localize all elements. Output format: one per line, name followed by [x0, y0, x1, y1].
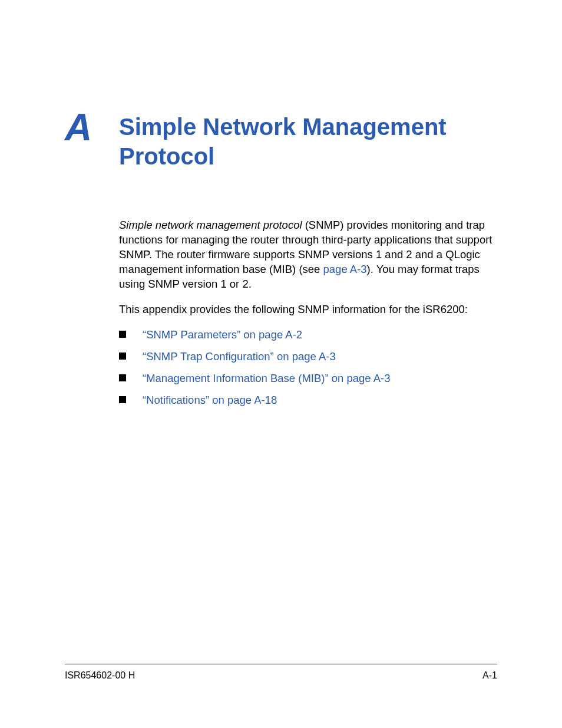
italic-term: Simple network management protocol [119, 219, 302, 231]
appendix-title: Simple Network Management Protocol [119, 112, 497, 171]
list-intro-paragraph: This appendix provides the following SNM… [119, 302, 497, 317]
square-bullet-icon [119, 396, 126, 403]
appendix-letter: A [65, 108, 119, 146]
list-item: “Notifications” on page A-18 [119, 393, 497, 408]
list-item: “SNMP Parameters” on page A-2 [119, 328, 497, 342]
page-footer: ISR654602-00 H A-1 [65, 664, 497, 681]
page-a3-link[interactable]: page A-3 [323, 263, 367, 275]
appendix-heading: A Simple Network Management Protocol [65, 112, 497, 171]
topic-list: “SNMP Parameters” on page A-2 “SNMP Trap… [119, 328, 497, 408]
footer-doc-id: ISR654602-00 H [65, 670, 135, 681]
snmp-parameters-link[interactable]: “SNMP Parameters” on page A-2 [143, 328, 302, 342]
document-page: A Simple Network Management Protocol Sim… [0, 0, 562, 728]
square-bullet-icon [119, 331, 126, 338]
snmp-trap-config-link[interactable]: “SNMP Trap Configuration” on page A-3 [143, 350, 336, 364]
intro-paragraph: Simple network management protocol (SNMP… [119, 218, 497, 292]
mib-link[interactable]: “Management Information Base (MIB)” on p… [143, 371, 391, 386]
footer-page-number: A-1 [482, 670, 497, 681]
body-content: Simple network management protocol (SNMP… [119, 218, 497, 408]
list-item: “Management Information Base (MIB)” on p… [119, 371, 497, 386]
square-bullet-icon [119, 374, 126, 381]
notifications-link[interactable]: “Notifications” on page A-18 [143, 393, 277, 408]
list-item: “SNMP Trap Configuration” on page A-3 [119, 350, 497, 364]
square-bullet-icon [119, 353, 126, 360]
